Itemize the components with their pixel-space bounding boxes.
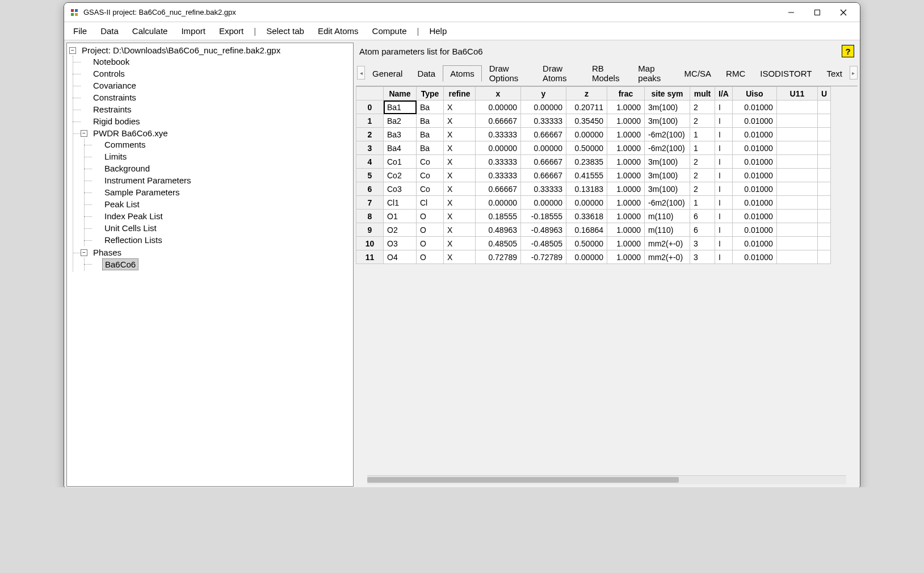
menu-compute[interactable]: Compute bbox=[366, 24, 414, 38]
cell-uiso[interactable]: 0.01000 bbox=[732, 210, 776, 223]
cell-name[interactable]: O1 bbox=[384, 210, 417, 223]
cell-refine[interactable]: X bbox=[444, 182, 476, 196]
cell-frac[interactable]: 1.0000 bbox=[607, 182, 645, 196]
cell-uiso[interactable]: 0.01000 bbox=[732, 101, 776, 114]
table-row[interactable]: 5Co2CoX0.333330.666670.415551.00003m(100… bbox=[356, 169, 831, 182]
tab-draw-atoms[interactable]: Draw Atoms bbox=[535, 60, 585, 86]
cell-type[interactable]: O bbox=[417, 223, 444, 237]
cell-u11[interactable] bbox=[776, 182, 817, 196]
grid-corner[interactable] bbox=[356, 87, 384, 101]
cell-type[interactable]: Co bbox=[417, 155, 444, 169]
tree-toggle-icon[interactable]: − bbox=[81, 249, 87, 256]
tree-item-index-peak-list[interactable]: Index Peak List bbox=[102, 211, 165, 221]
cell-u[interactable] bbox=[817, 114, 830, 128]
cell-refine[interactable]: X bbox=[444, 169, 476, 182]
tab-isodistort[interactable]: ISODISTORT bbox=[753, 65, 819, 82]
cell-uiso[interactable]: 0.01000 bbox=[732, 169, 776, 182]
tree-item-reflection-lists[interactable]: Reflection Lists bbox=[102, 235, 165, 245]
cell-frac[interactable]: 1.0000 bbox=[607, 169, 645, 182]
project-tree-panel[interactable]: − Project: D:\Downloads\Ba6Co6_nuc_refin… bbox=[66, 43, 354, 487]
cell-ia[interactable]: I bbox=[715, 169, 733, 182]
col-frac[interactable]: frac bbox=[607, 87, 645, 101]
cell-ia[interactable]: I bbox=[715, 155, 733, 169]
tab-mcsa[interactable]: MC/SA bbox=[677, 65, 719, 82]
row-header[interactable]: 5 bbox=[356, 169, 384, 182]
cell-mult[interactable]: 2 bbox=[690, 182, 715, 196]
cell-type[interactable]: Cl bbox=[417, 196, 444, 210]
cell-y[interactable]: 0.33333 bbox=[521, 182, 566, 196]
row-header[interactable]: 7 bbox=[356, 196, 384, 210]
tree-item-constraints[interactable]: Constraints bbox=[91, 92, 138, 103]
cell-name[interactable]: Ba3 bbox=[384, 128, 417, 141]
cell-frac[interactable]: 1.0000 bbox=[607, 141, 645, 155]
cell-y[interactable]: -0.18555 bbox=[521, 210, 566, 223]
cell-mult[interactable]: 3 bbox=[690, 237, 715, 250]
cell-x[interactable]: 0.00000 bbox=[476, 141, 521, 155]
tree-item-covariance[interactable]: Covariance bbox=[91, 80, 138, 91]
cell-x[interactable]: 0.18555 bbox=[476, 210, 521, 223]
scrollbar-thumb[interactable] bbox=[367, 477, 679, 483]
table-row[interactable]: 0Ba1BaX0.000000.000000.207111.00003m(100… bbox=[356, 101, 831, 114]
cell-z[interactable]: 0.00000 bbox=[566, 196, 607, 210]
cell-x[interactable]: 0.33333 bbox=[476, 155, 521, 169]
row-header[interactable]: 3 bbox=[356, 141, 384, 155]
cell-mult[interactable]: 2 bbox=[690, 169, 715, 182]
cell-ia[interactable]: I bbox=[715, 141, 733, 155]
col-ia[interactable]: I/A bbox=[715, 87, 733, 101]
cell-refine[interactable]: X bbox=[444, 155, 476, 169]
cell-frac[interactable]: 1.0000 bbox=[607, 196, 645, 210]
menu-import[interactable]: Import bbox=[174, 24, 212, 38]
cell-frac[interactable]: 1.0000 bbox=[607, 101, 645, 114]
cell-refine[interactable]: X bbox=[444, 196, 476, 210]
menu-export[interactable]: Export bbox=[212, 24, 250, 38]
cell-uiso[interactable]: 0.01000 bbox=[732, 250, 776, 264]
tree-item-unit-cells[interactable]: Unit Cells List bbox=[102, 223, 159, 233]
cell-type[interactable]: Ba bbox=[417, 101, 444, 114]
tab-rmc[interactable]: RMC bbox=[719, 65, 753, 82]
cell-z[interactable]: 0.23835 bbox=[566, 155, 607, 169]
cell-mult[interactable]: 6 bbox=[690, 210, 715, 223]
cell-type[interactable]: Ba bbox=[417, 114, 444, 128]
table-row[interactable]: 3Ba4BaX0.000000.000000.500001.0000-6m2(1… bbox=[356, 141, 831, 155]
cell-type[interactable]: Co bbox=[417, 169, 444, 182]
cell-y[interactable]: 0.33333 bbox=[521, 114, 566, 128]
cell-mult[interactable]: 2 bbox=[690, 155, 715, 169]
cell-uiso[interactable]: 0.01000 bbox=[732, 141, 776, 155]
col-y[interactable]: y bbox=[521, 87, 566, 101]
cell-sitesym[interactable]: 3m(100) bbox=[645, 101, 690, 114]
tree-item-comments[interactable]: Comments bbox=[102, 139, 148, 150]
cell-x[interactable]: 0.00000 bbox=[476, 101, 521, 114]
table-row[interactable]: 2Ba3BaX0.333330.666670.000001.0000-6m2(1… bbox=[356, 128, 831, 141]
cell-ia[interactable]: I bbox=[715, 101, 733, 114]
cell-mult[interactable]: 6 bbox=[690, 223, 715, 237]
tree-item-controls[interactable]: Controls bbox=[91, 68, 127, 79]
cell-u[interactable] bbox=[817, 196, 830, 210]
tree-toggle-icon[interactable]: − bbox=[69, 47, 76, 54]
tree-toggle-icon[interactable]: − bbox=[81, 130, 87, 137]
tree-item-limits[interactable]: Limits bbox=[102, 151, 129, 162]
cell-u11[interactable] bbox=[776, 250, 817, 264]
col-sitesym[interactable]: site sym bbox=[645, 87, 690, 101]
tab-data[interactable]: Data bbox=[410, 65, 443, 82]
col-uiso[interactable]: Uiso bbox=[732, 87, 776, 101]
table-row[interactable]: 7Cl1ClX0.000000.000000.000001.0000-6m2(1… bbox=[356, 196, 831, 210]
cell-type[interactable]: Co bbox=[417, 182, 444, 196]
cell-z[interactable]: 0.50000 bbox=[566, 141, 607, 155]
tree-item-peak-list[interactable]: Peak List bbox=[102, 199, 142, 210]
cell-name[interactable]: Ba1 bbox=[384, 101, 417, 114]
row-header[interactable]: 9 bbox=[356, 223, 384, 237]
cell-frac[interactable]: 1.0000 bbox=[607, 114, 645, 128]
cell-name[interactable]: Ba4 bbox=[384, 141, 417, 155]
cell-refine[interactable]: X bbox=[444, 250, 476, 264]
cell-ia[interactable]: I bbox=[715, 250, 733, 264]
tab-text[interactable]: Text bbox=[819, 65, 850, 82]
tree-item-phases[interactable]: Phases bbox=[91, 247, 124, 258]
cell-z[interactable]: 0.50000 bbox=[566, 237, 607, 250]
tree-item-instrument-params[interactable]: Instrument Parameters bbox=[102, 175, 194, 186]
tab-draw-options[interactable]: Draw Options bbox=[482, 60, 535, 86]
tab-general[interactable]: General bbox=[365, 65, 410, 82]
cell-y[interactable]: -0.48505 bbox=[521, 237, 566, 250]
cell-refine[interactable]: X bbox=[444, 141, 476, 155]
tab-atoms[interactable]: Atoms bbox=[443, 65, 482, 82]
row-header[interactable]: 6 bbox=[356, 182, 384, 196]
